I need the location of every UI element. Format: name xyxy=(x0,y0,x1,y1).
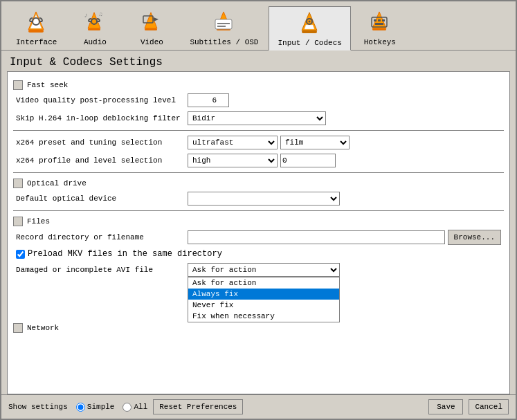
simple-radio-label[interactable]: Simple xyxy=(76,403,115,412)
hotkeys-icon xyxy=(366,9,394,37)
record-dir-label: Record directory or filename xyxy=(16,233,182,241)
svg-rect-7 xyxy=(88,28,100,30)
tab-subtitles-label: Subtitles / OSD xyxy=(190,38,258,46)
main-window: Interface ♪ ♫ Audio xyxy=(0,0,517,420)
default-optical-label: Default optical device xyxy=(16,194,182,203)
page-title: Input & Codecs Settings xyxy=(1,51,516,71)
damaged-avi-select[interactable]: Ask for action Always fix Never fix Fix … xyxy=(188,263,340,277)
audio-icon: ♪ ♫ xyxy=(81,9,109,37)
video-quality-control xyxy=(188,93,501,107)
record-dir-row: Record directory or filename Browse... xyxy=(13,228,504,247)
tab-hotkeys-label: Hotkeys xyxy=(364,38,396,46)
main-content: Input & Codecs Settings Fast seek Video … xyxy=(1,51,516,419)
default-optical-row: Default optical device xyxy=(13,190,504,208)
default-optical-control xyxy=(188,192,501,206)
x264-profile-row: x264 profile and level selection baselin… xyxy=(13,152,504,170)
tab-video-label: Video xyxy=(140,38,163,46)
simple-radio[interactable] xyxy=(76,403,85,412)
damaged-avi-dropdown-container: Ask for action Always fix Never fix Fix … xyxy=(188,263,340,277)
option-never[interactable]: Never fix xyxy=(188,300,339,311)
optical-drive-section: Optical drive xyxy=(13,176,504,190)
bottom-bar: Show settings Simple All Reset Preferenc… xyxy=(1,394,516,419)
tab-input-label: Input / Codecs xyxy=(278,39,341,47)
x264-profile-select[interactable]: baseline main high high10 high422 high44… xyxy=(188,154,278,167)
settings-content: Fast seek Video quality post-processing … xyxy=(8,72,509,340)
svg-rect-33 xyxy=(375,23,383,25)
tab-interface-label: Interface xyxy=(16,38,57,46)
interface-icon xyxy=(23,9,51,37)
fast-seek-section: Fast seek xyxy=(13,77,504,91)
subtitles-icon xyxy=(210,9,238,37)
svg-rect-2 xyxy=(28,30,44,33)
tab-audio[interactable]: ♪ ♫ Audio xyxy=(67,6,123,50)
svg-rect-30 xyxy=(374,19,377,21)
svg-rect-24 xyxy=(302,30,317,33)
video-quality-label: Video quality post-processing level xyxy=(16,96,182,104)
network-section: Network xyxy=(13,320,504,334)
svg-point-26 xyxy=(308,21,310,23)
skip-h264-label: Skip H.264 in-loop deblocking filter xyxy=(16,114,182,122)
radio-group: Simple All xyxy=(76,403,147,412)
x264-preset-select[interactable]: ultrafast superfast veryfast faster fast… xyxy=(188,136,278,149)
video-quality-input[interactable] xyxy=(188,93,229,107)
damaged-avi-control: Ask for action Always fix Never fix Fix … xyxy=(188,263,340,277)
x264-preset-row: x264 preset and tuning selection ultrafa… xyxy=(13,134,504,152)
x264-preset-label: x264 preset and tuning selection xyxy=(16,138,182,147)
input-icon xyxy=(296,10,324,37)
record-dir-control: Browse... xyxy=(188,230,501,245)
damaged-avi-label: Damaged or incomplete AVI file xyxy=(16,266,182,274)
settings-panel: Fast seek Video quality post-processing … xyxy=(7,71,510,394)
x264-profile-label: x264 profile and level selection xyxy=(16,156,182,165)
svg-rect-31 xyxy=(378,19,381,21)
toolbar: Interface ♪ ♫ Audio xyxy=(1,1,516,51)
svg-marker-23 xyxy=(305,25,314,29)
preload-mkv-checkbox[interactable] xyxy=(16,250,25,259)
default-optical-select[interactable] xyxy=(188,192,340,206)
save-button[interactable]: Save xyxy=(428,399,463,414)
x264-level-input[interactable] xyxy=(280,154,336,167)
x264-tuning-select[interactable]: film animation grain stillimage psnr ssi… xyxy=(280,136,350,149)
all-radio[interactable] xyxy=(123,403,131,412)
option-always[interactable]: Always fix xyxy=(188,289,339,300)
video-quality-row: Video quality post-processing level xyxy=(13,91,504,109)
files-label: Files xyxy=(27,217,50,226)
svg-text:♪: ♪ xyxy=(84,12,88,19)
fast-seek-label: Fast seek xyxy=(27,81,68,89)
damaged-avi-row: Damaged or incomplete AVI file Ask for a… xyxy=(13,261,504,279)
tab-subtitles[interactable]: Subtitles / OSD xyxy=(181,6,267,50)
all-radio-label[interactable]: All xyxy=(123,403,147,412)
damaged-avi-dropdown-open: Ask for action Always fix Never fix Fix … xyxy=(188,277,340,322)
svg-rect-14 xyxy=(145,28,157,30)
preload-mkv-label: Preload MKV files in the same directory xyxy=(28,249,222,259)
browse-button[interactable]: Browse... xyxy=(448,230,501,245)
x264-preset-control: ultrafast superfast veryfast faster fast… xyxy=(188,136,501,149)
files-section: Files xyxy=(13,214,504,228)
skip-h264-control: None Non-ref Bidir Non-key All xyxy=(188,111,501,125)
tab-interface[interactable]: Interface xyxy=(7,6,66,50)
tab-input[interactable]: Input / Codecs xyxy=(269,6,350,51)
skip-h264-select[interactable]: None Non-ref Bidir Non-key All xyxy=(188,111,326,125)
simple-label: Simple xyxy=(87,403,115,411)
skip-h264-row: Skip H.264 in-loop deblocking filter Non… xyxy=(13,109,504,127)
svg-text:♫: ♫ xyxy=(99,11,102,17)
show-settings-label: Show settings xyxy=(8,403,68,411)
svg-rect-32 xyxy=(382,19,385,21)
svg-rect-28 xyxy=(372,28,386,30)
option-fix-when[interactable]: Fix when necessary xyxy=(188,311,339,322)
all-label: All xyxy=(134,403,147,411)
tab-audio-label: Audio xyxy=(84,38,107,46)
video-icon xyxy=(138,9,165,37)
network-label: Network xyxy=(27,324,59,332)
svg-rect-19 xyxy=(215,19,232,29)
record-dir-input[interactable] xyxy=(188,230,445,244)
x264-profile-control: baseline main high high10 high422 high44… xyxy=(188,154,501,167)
optical-drive-label: Optical drive xyxy=(27,179,87,188)
reset-preferences-button[interactable]: Reset Preferences xyxy=(153,399,243,414)
preload-mkv-row: Preload MKV files in the same directory xyxy=(13,247,504,261)
tab-video[interactable]: Video xyxy=(124,6,179,50)
option-ask[interactable]: Ask for action xyxy=(188,277,339,289)
cancel-button[interactable]: Cancel xyxy=(469,399,509,414)
svg-marker-16 xyxy=(154,17,158,21)
tab-hotkeys[interactable]: Hotkeys xyxy=(352,6,408,50)
